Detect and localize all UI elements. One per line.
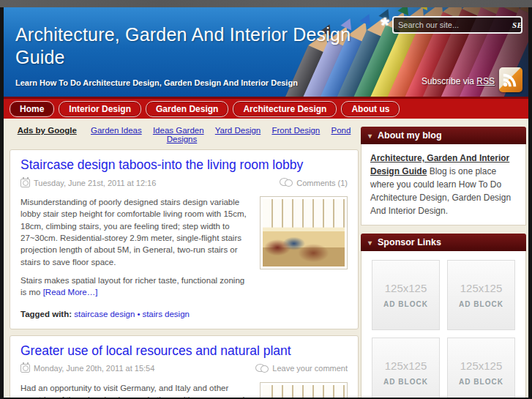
post-date: Monday, June 20th, 2011 at 15:54: [34, 364, 154, 373]
page: Architecture, Garden And Interior Design…: [4, 7, 528, 398]
site-title[interactable]: Architecture, Garden And Interior Design…: [4, 7, 370, 70]
comments-link[interactable]: Comments (1): [296, 179, 348, 187]
chevron-down-icon: ▾: [368, 239, 372, 247]
sidebar: ▾ About my blog Architecture, Garden And…: [361, 119, 526, 398]
tag-separator: •: [137, 310, 140, 318]
post-title-link[interactable]: Greater use of local resources and natur…: [20, 343, 291, 358]
search-area: * SEARCH: [381, 16, 522, 34]
post-comments-wrap: Comments (1): [280, 178, 348, 187]
post-meta: Tuesday, June 21st, 2011 at 12:16 Commen…: [20, 178, 348, 187]
rss-link[interactable]: RSS: [476, 76, 495, 86]
article-post: Staircase design taboos-into the living …: [10, 149, 359, 329]
subscribe-text: Subscribe via: [422, 76, 476, 86]
post-meta: Monday, June 20th, 2011 at 15:54 Leave y…: [20, 364, 348, 373]
post-date-wrap: Tuesday, June 21st, 2011 at 12:16: [20, 179, 156, 187]
nav-item-garden-design[interactable]: Garden Design: [146, 101, 228, 117]
post-title: Staircase design taboos-into the living …: [20, 157, 348, 173]
ad-block[interactable]: 125x125 AD BLOCK: [372, 338, 440, 398]
read-more-link[interactable]: [Read More…]: [43, 288, 98, 297]
ad-link-ideas-garden[interactable]: Ideas Garden: [153, 126, 204, 135]
tag-link-stairs-design[interactable]: stairs design: [142, 310, 190, 318]
site-header: Architecture, Garden And Interior Design…: [4, 7, 528, 97]
post-thumbnail-frame[interactable]: [260, 196, 348, 269]
ad-block[interactable]: 125x125 AD BLOCK: [447, 338, 515, 398]
post-body: Had an opportunity to visit Germany, and…: [20, 382, 348, 398]
sidebar-heading-about: ▾ About my blog: [361, 127, 526, 144]
post-thumbnail-frame[interactable]: [260, 382, 348, 398]
nav-item-architecture-design[interactable]: Architecture Design: [233, 101, 337, 117]
chevron-down-icon: ▾: [368, 132, 372, 140]
ad-grid: 125x125 AD BLOCK 125x125 AD BLOCK 125x12…: [372, 260, 515, 398]
window-chrome-strip: [0, 0, 532, 7]
sidebar-heading-sponsor: ▾ Sponsor Links: [361, 234, 526, 251]
comments-icon: [255, 364, 269, 373]
about-blog-box: Architecture, Garden And Interior Design…: [361, 144, 526, 225]
post-date: Tuesday, June 21st, 2011 at 12:16: [34, 179, 156, 187]
leave-comment-link[interactable]: Leave your comment: [272, 364, 348, 373]
content-area: Ads by Google Garden Ideas Ideas Garden …: [4, 119, 528, 398]
sidebar-heading-label: About my blog: [378, 130, 442, 141]
post-comments-wrap: Leave your comment: [255, 364, 348, 373]
calendar-icon: [20, 179, 30, 187]
comments-icon: [280, 178, 293, 187]
ads-by-google-label[interactable]: Ads by Google: [18, 126, 77, 135]
star-icon: *: [381, 18, 389, 31]
ad-link-yard-design[interactable]: Yard Design: [215, 126, 261, 135]
search-box: SEARCH: [392, 16, 522, 34]
post-thumbnail[interactable]: [263, 385, 345, 398]
ad-block[interactable]: 125x125 AD BLOCK: [447, 260, 515, 330]
calendar-icon: [20, 364, 30, 373]
post-paragraph: Stairs makes spatial layout for richer t…: [20, 275, 348, 299]
ad-link-front-design[interactable]: Front Design: [271, 126, 320, 135]
search-input[interactable]: [394, 20, 506, 29]
tag-link-staircase-design[interactable]: staircase design: [74, 310, 135, 318]
nav-item-home[interactable]: Home: [10, 101, 54, 117]
search-button[interactable]: SEARCH: [506, 20, 522, 29]
subscribe-line: Subscribe via RSS: [422, 76, 495, 86]
ad-block[interactable]: 125x125 AD BLOCK: [372, 260, 440, 330]
nav-item-interior-design[interactable]: Interior Design: [59, 101, 141, 117]
post-date-wrap: Monday, June 20th, 2011 at 15:54: [20, 364, 154, 373]
ads-by-google-bar: Ads by Google Garden Ideas Ideas Garden …: [10, 126, 359, 143]
rss-icon[interactable]: [499, 67, 522, 92]
post-thumbnail[interactable]: [263, 199, 345, 266]
post-title-link[interactable]: Staircase design taboos-into the living …: [20, 157, 303, 172]
nav-item-about-us[interactable]: About us: [341, 101, 400, 117]
sponsor-links-box: 125x125 AD BLOCK 125x125 AD BLOCK 125x12…: [361, 251, 526, 398]
article-post: Greater use of local resources and natur…: [10, 335, 359, 398]
post-body: Misunderstanding of poorly designed stai…: [20, 196, 348, 320]
tagged-with-label: Tagged with:: [20, 310, 74, 318]
ad-link-garden-ideas[interactable]: Garden Ideas: [91, 126, 142, 135]
sidebar-heading-label: Sponsor Links: [378, 237, 441, 247]
main-nav: Home Interior Design Garden Design Archi…: [4, 97, 528, 119]
main-column: Ads by Google Garden Ideas Ideas Garden …: [10, 119, 359, 398]
post-title: Greater use of local resources and natur…: [20, 343, 348, 359]
post-tags: Tagged with: staircase design•stairs des…: [20, 308, 348, 320]
